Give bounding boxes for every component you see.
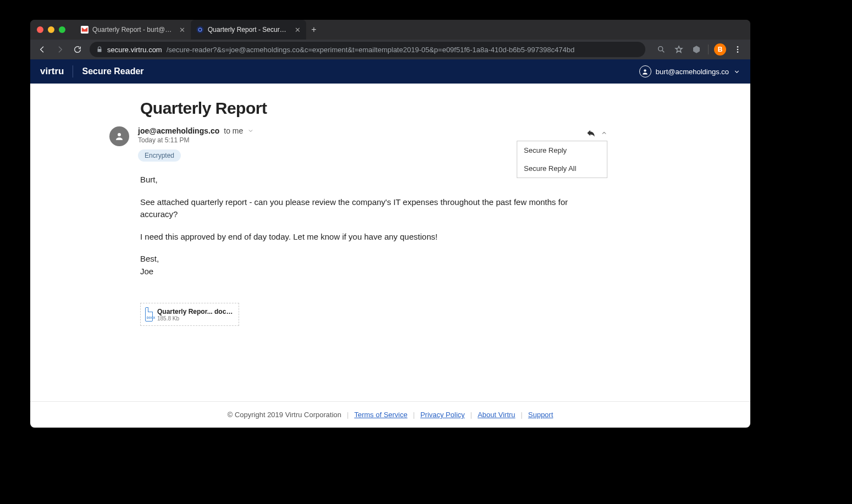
separator: | — [347, 411, 348, 419]
attachment-size: 185.8 Kb — [157, 315, 234, 322]
url-input[interactable]: secure.virtru.com/secure-reader?&s=joe@a… — [90, 42, 645, 57]
email-container: Quarterly Report joe@acmeholdings.co to … — [140, 99, 607, 326]
menu-icon[interactable] — [729, 42, 746, 57]
secure-reply-item[interactable]: Secure Reply — [517, 141, 607, 159]
url-path: /secure-reader?&s=joe@acmeholdings.co&c=… — [167, 46, 574, 54]
tab-title: Quarterly Report - burt@acme — [92, 26, 173, 34]
back-button[interactable] — [35, 42, 50, 57]
close-icon[interactable]: ✕ — [179, 26, 185, 34]
window-minimize-button[interactable] — [48, 26, 54, 33]
browser-window: Quarterly Report - burt@acme ✕ Quarterly… — [30, 20, 750, 428]
tab-title: Quarterly Report - Secure Rea — [208, 26, 289, 34]
titlebar: Quarterly Report - burt@acme ✕ Quarterly… — [30, 20, 750, 40]
profile-initial: B — [718, 46, 723, 53]
gmail-icon — [81, 26, 88, 34]
email-body: Burt, See attached quarterly report - ca… — [140, 174, 607, 278]
user-avatar-ring — [639, 65, 651, 77]
email-header: joe@acmeholdings.co to me Today at 5:11 … — [140, 126, 607, 162]
privacy-link[interactable]: Privacy Policy — [421, 411, 465, 419]
body-p4: Best, — [140, 253, 607, 265]
brand-logo: virtru — [40, 66, 64, 77]
product-name: Secure Reader — [82, 67, 143, 76]
body-p2: See attached quarterly report - can you … — [140, 196, 607, 221]
footer: © Copyright 2019 Virtru Corporation | Te… — [30, 401, 750, 428]
about-link[interactable]: About Virtru — [478, 411, 515, 419]
forward-button[interactable] — [52, 42, 68, 57]
browser-tabs: Quarterly Report - burt@acme ✕ Quarterly… — [75, 20, 322, 40]
svg-point-6 — [737, 51, 739, 53]
window-close-button[interactable] — [37, 26, 43, 33]
email-subject: Quarterly Report — [140, 99, 607, 118]
lock-icon — [96, 46, 103, 53]
separator: | — [471, 411, 472, 419]
zoom-icon[interactable] — [653, 42, 670, 57]
page: virtru Secure Reader burt@acmeholdings.c… — [30, 59, 750, 428]
divider — [73, 65, 73, 77]
svg-point-4 — [737, 46, 739, 48]
app-header-left: virtru Secure Reader — [40, 65, 144, 77]
file-type-badge: DOCX — [147, 316, 155, 319]
extension-icon[interactable] — [688, 42, 705, 57]
svg-point-5 — [737, 49, 739, 51]
reply-control[interactable] — [587, 129, 607, 137]
file-icon: DOCX — [145, 307, 153, 322]
app-header: virtru Secure Reader burt@acmeholdings.c… — [30, 59, 750, 84]
svg-point-1 — [197, 26, 204, 34]
user-icon — [641, 68, 649, 75]
reply-dropdown: Secure Reply Secure Reply All — [517, 141, 607, 178]
copyright: © Copyright 2019 Virtru Corporation — [228, 411, 341, 419]
new-tab-button[interactable]: + — [306, 20, 322, 40]
sender-address: joe@acmeholdings.co — [138, 126, 219, 135]
encrypted-badge: Encrypted — [138, 149, 181, 162]
reload-button[interactable] — [70, 42, 85, 57]
svg-point-8 — [118, 133, 121, 136]
chevron-down-icon — [733, 68, 740, 75]
chevron-down-icon[interactable] — [247, 128, 254, 134]
content: Quarterly Report joe@acmeholdings.co to … — [30, 84, 750, 401]
to-label: to me — [224, 126, 243, 135]
close-icon[interactable]: ✕ — [295, 26, 301, 34]
body-p3: I need this approved by end of day today… — [140, 231, 607, 243]
address-bar: secure.virtru.com/secure-reader?&s=joe@a… — [30, 40, 750, 59]
separator: | — [521, 411, 522, 419]
divider — [708, 45, 709, 54]
brand-text: virtru — [40, 66, 64, 77]
attachment[interactable]: DOCX Quarterly Repor... docx.tdf 185.8 K… — [140, 303, 239, 326]
svg-point-7 — [644, 69, 646, 71]
traffic-lights — [37, 26, 65, 33]
star-icon[interactable] — [671, 42, 687, 57]
from-line: joe@acmeholdings.co to me — [138, 126, 254, 135]
virtru-icon — [196, 26, 204, 34]
attachment-info: Quarterly Repor... docx.tdf 185.8 Kb — [157, 308, 234, 322]
profile-avatar[interactable]: B — [714, 43, 726, 56]
url-domain: secure.virtru.com — [107, 46, 162, 54]
timestamp: Today at 5:11 PM — [138, 136, 254, 144]
user-menu[interactable]: burt@acmeholdings.co — [639, 65, 740, 77]
toolbar-right: B — [653, 42, 746, 57]
sender-avatar — [109, 126, 129, 146]
reply-icon — [587, 129, 595, 137]
person-icon — [114, 131, 124, 141]
support-link[interactable]: Support — [528, 411, 554, 419]
browser-tab-inactive[interactable]: Quarterly Report - burt@acme ✕ — [75, 20, 191, 40]
chevron-up-icon — [601, 130, 607, 136]
email-meta: joe@acmeholdings.co to me Today at 5:11 … — [138, 126, 254, 162]
window-maximize-button[interactable] — [59, 26, 65, 33]
body-p5: Joe — [140, 265, 607, 278]
svg-point-3 — [659, 47, 663, 51]
separator: | — [413, 411, 414, 419]
browser-tab-active[interactable]: Quarterly Report - Secure Rea ✕ — [191, 20, 306, 40]
user-email: burt@acmeholdings.co — [656, 68, 729, 76]
secure-reply-all-item[interactable]: Secure Reply All — [517, 159, 607, 178]
terms-link[interactable]: Terms of Service — [354, 411, 407, 419]
attachment-name: Quarterly Repor... docx.tdf — [157, 308, 234, 315]
